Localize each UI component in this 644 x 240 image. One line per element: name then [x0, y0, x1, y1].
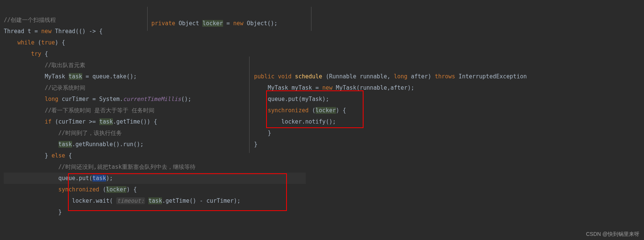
- keyword: void: [274, 73, 291, 80]
- code: InterruptedException: [455, 73, 530, 80]
- watermark: CSDN @快到锅里来呀: [586, 231, 639, 238]
- keyword: public: [254, 73, 274, 80]
- var-task: task: [69, 73, 82, 80]
- code: }: [254, 141, 257, 148]
- highlight-box-right: [266, 90, 364, 128]
- comment: //看一下系统时间 是否大于等于 任务时间: [45, 107, 154, 114]
- code: }: [59, 209, 62, 216]
- comment: //创建一个扫描线程: [4, 17, 56, 23]
- code: Thread t =: [4, 28, 41, 35]
- code: Thread(() -> {: [51, 28, 102, 35]
- keyword: private: [151, 20, 175, 27]
- code: =: [223, 20, 233, 27]
- code: (: [34, 39, 41, 46]
- keyword: true: [41, 39, 55, 46]
- code: {: [65, 152, 72, 159]
- keyword: new: [233, 20, 243, 27]
- var-task: task: [99, 118, 113, 125]
- comment: //时间还没到,就把task重新塞会队列中去，继续等待: [59, 164, 196, 170]
- var-locker: locker: [202, 20, 223, 27]
- keyword: if: [45, 118, 51, 125]
- comment: //记录系统时间: [45, 84, 85, 91]
- keyword: throws: [435, 73, 455, 80]
- highlight-box-left: [68, 173, 287, 211]
- code: {: [41, 50, 48, 57]
- keyword: long: [394, 73, 407, 80]
- code: (curTimer >=: [51, 118, 99, 125]
- code: ) {: [55, 39, 65, 46]
- static-method: currentTimeMillis: [123, 96, 181, 102]
- code: Object();: [243, 20, 277, 27]
- code: .getTime()) {: [113, 118, 157, 125]
- code: after): [407, 73, 434, 80]
- var-task: task: [59, 141, 72, 148]
- code: (Runnable runnable,: [326, 73, 394, 80]
- code: .getRunnable().run();: [72, 141, 144, 148]
- code: = queue.take();: [82, 73, 137, 80]
- keyword: long: [45, 96, 58, 102]
- code: curTimer = System.: [59, 96, 123, 102]
- keyword: else: [51, 152, 65, 159]
- keyword: try: [31, 50, 41, 57]
- code: ();: [181, 96, 191, 102]
- comment: //时间到了，该执行任务: [59, 130, 122, 136]
- code: }: [268, 130, 271, 136]
- code: MyTask: [45, 73, 68, 80]
- code: Object: [175, 20, 202, 27]
- comment: //取出队首元素: [45, 62, 85, 69]
- keyword: new: [41, 28, 51, 35]
- code-pane-top[interactable]: private Object locker = new Object();: [147, 7, 311, 31]
- keyword: while: [17, 39, 34, 46]
- method-name: schedule: [291, 73, 325, 80]
- code: }: [45, 152, 51, 159]
